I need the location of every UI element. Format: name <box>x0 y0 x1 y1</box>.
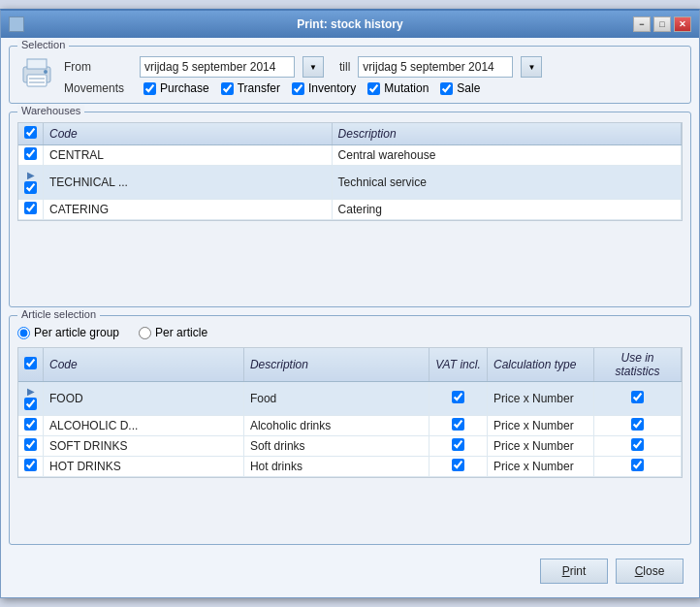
printer-svg <box>18 53 55 90</box>
warehouses-table-container[interactable]: Code Description CENTRAL Central warehou… <box>17 122 683 221</box>
maximize-button[interactable]: □ <box>653 16 671 32</box>
wh-code-cell: CENTRAL <box>44 145 333 166</box>
svg-rect-3 <box>29 78 45 80</box>
wh-select-all-checkbox[interactable] <box>24 126 37 139</box>
art-row-checkbox[interactable] <box>24 418 37 431</box>
inventory-checkbox-label[interactable]: Inventory <box>292 81 356 95</box>
table-row[interactable]: ALCOHOLIC D... Alcoholic drinks Price x … <box>18 416 682 436</box>
purchase-checkbox-label[interactable]: Purchase <box>143 81 209 95</box>
art-vat-checkbox[interactable] <box>452 391 464 403</box>
art-row-checkbox[interactable] <box>24 438 37 451</box>
till-label: till <box>339 60 350 74</box>
purchase-checkbox[interactable] <box>143 82 156 95</box>
art-check-header <box>18 348 44 382</box>
article-table-container[interactable]: Code Description VAT incl. Calculation t… <box>17 347 683 478</box>
from-label: From <box>64 60 132 74</box>
transfer-label: Transfer <box>238 81 280 95</box>
warehouses-group-label: Warehouses <box>17 105 84 116</box>
close-label: Close <box>635 564 665 578</box>
svg-rect-2 <box>27 75 47 86</box>
sale-checkbox[interactable] <box>440 82 453 95</box>
till-date-dropdown[interactable]: ▼ <box>521 56 542 78</box>
art-stat-checkbox[interactable] <box>631 391 644 403</box>
title-bar: Print: stock history − □ ✕ <box>1 11 699 38</box>
art-code-cell: FOOD <box>44 382 244 416</box>
movements-label: Movements <box>64 81 132 95</box>
article-table: Code Description VAT incl. Calculation t… <box>18 348 682 477</box>
art-desc-header: Description <box>243 348 429 382</box>
mutation-checkbox[interactable] <box>367 82 380 95</box>
selection-group-label: Selection <box>17 39 69 50</box>
art-stat-checkbox[interactable] <box>631 438 644 451</box>
wh-desc-header: Description <box>332 123 681 145</box>
svg-rect-1 <box>27 59 47 69</box>
wh-row-checkbox[interactable] <box>24 181 37 194</box>
window-body: Selection From <box>1 38 699 597</box>
mutation-checkbox-label[interactable]: Mutation <box>367 81 429 95</box>
per-group-radio[interactable] <box>17 327 30 339</box>
art-code-cell: ALCOHOLIC D... <box>44 416 244 436</box>
table-row[interactable]: ▶ FOOD Food Price x Number <box>18 382 682 416</box>
table-row[interactable]: ▶ TECHNICAL ... Technical service <box>18 166 682 200</box>
per-article-radio[interactable] <box>139 327 151 339</box>
art-desc-cell: Hot drinks <box>243 457 429 477</box>
close-window-button[interactable]: ✕ <box>674 16 691 32</box>
wh-code-header: Code <box>44 123 333 145</box>
mutation-label: Mutation <box>384 81 429 95</box>
wh-row-checkbox[interactable] <box>24 202 37 214</box>
sale-label: Sale <box>457 81 480 95</box>
transfer-checkbox-label[interactable]: Transfer <box>221 81 280 95</box>
table-row[interactable]: SOFT DRINKS Soft drinks Price x Number <box>18 436 682 457</box>
art-calc-cell: Price x Number <box>488 436 594 457</box>
art-stat-checkbox[interactable] <box>631 459 644 471</box>
row-active-indicator: ▶ <box>27 170 35 180</box>
art-desc-cell: Alcoholic drinks <box>243 416 429 436</box>
art-stat-checkbox[interactable] <box>631 418 644 431</box>
art-calc-header: Calculation type <box>488 348 594 382</box>
wh-desc-cell: Catering <box>332 200 681 220</box>
table-row[interactable]: CATERING Catering <box>18 200 682 220</box>
art-vat-checkbox[interactable] <box>452 418 464 431</box>
warehouses-table: Code Description CENTRAL Central warehou… <box>18 123 682 220</box>
radio-row: Per article group Per article <box>17 326 683 339</box>
per-article-radio-label[interactable]: Per article <box>139 326 207 339</box>
table-row[interactable]: CENTRAL Central warehouse <box>18 145 682 166</box>
selection-fields: From ▼ till ▼ Movements Purchase <box>64 52 683 95</box>
close-button[interactable]: Close <box>616 559 684 584</box>
from-date-input[interactable] <box>140 56 295 78</box>
minimize-button[interactable]: − <box>633 16 651 32</box>
art-vat-checkbox[interactable] <box>452 438 464 451</box>
date-row: From ▼ till ▼ <box>64 56 683 78</box>
sale-checkbox-label[interactable]: Sale <box>440 81 480 95</box>
selection-group: Selection From <box>9 46 691 104</box>
art-row-checkbox[interactable] <box>24 398 37 410</box>
art-calc-cell: Price x Number <box>488 457 594 477</box>
bottom-bar: Print Close <box>9 553 691 590</box>
main-window: Print: stock history − □ ✕ Selection <box>0 9 700 598</box>
print-label: Print <box>562 564 587 578</box>
till-date-input[interactable] <box>358 56 513 78</box>
wh-row-checkbox[interactable] <box>24 147 37 160</box>
art-vat-header: VAT incl. <box>430 348 488 382</box>
movements-row: Movements Purchase Transfer Inventory <box>64 81 683 95</box>
art-select-all-checkbox[interactable] <box>24 357 37 369</box>
from-date-dropdown[interactable]: ▼ <box>302 56 324 78</box>
art-vat-checkbox[interactable] <box>452 459 464 471</box>
per-group-radio-label[interactable]: Per article group <box>17 326 119 339</box>
wh-code-cell: TECHNICAL ... <box>44 166 333 200</box>
art-row-checkbox[interactable] <box>24 459 37 471</box>
window-icon <box>9 16 24 32</box>
svg-point-5 <box>44 70 48 74</box>
per-group-radio-text: Per article group <box>34 326 119 339</box>
art-desc-cell: Food <box>243 382 429 416</box>
transfer-checkbox[interactable] <box>221 82 234 95</box>
row-active-indicator: ▶ <box>27 386 35 397</box>
inventory-checkbox[interactable] <box>292 82 304 95</box>
art-code-cell: HOT DRINKS <box>44 457 244 477</box>
table-row[interactable]: HOT DRINKS Hot drinks Price x Number <box>18 457 682 477</box>
printer-icon-area <box>17 52 56 91</box>
art-stat-header: Use in statistics <box>594 348 682 382</box>
wh-code-cell: CATERING <box>44 200 333 220</box>
print-button[interactable]: Print <box>540 559 608 584</box>
art-code-cell: SOFT DRINKS <box>44 436 244 457</box>
